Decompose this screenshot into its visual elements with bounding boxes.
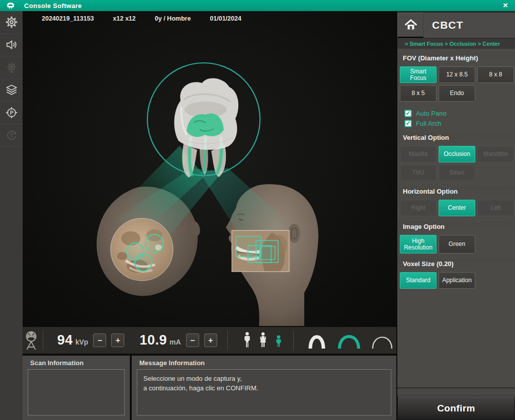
title-bar: Console Software × (0, 0, 515, 11)
arch-medium-button[interactable] (335, 329, 363, 351)
sidebar-item-rotation[interactable]: T (0, 124, 23, 147)
arch-narrow-icon (304, 329, 330, 351)
app-title: Console Software (24, 2, 82, 10)
image-high-resolution-button[interactable]: High Resolution (400, 235, 437, 254)
message-information-box: Seleccione un modo de captura y, a conti… (137, 369, 391, 415)
option-checkboxes: ✓ Auto Pano ✓ Full Arch (404, 110, 515, 127)
fov-smart-focus-button[interactable]: Smart Focus (400, 66, 437, 83)
ma-value: 10.9 (139, 332, 167, 348)
scan-preview-viewport: 20240219_113153 x12 x12 0y / Hombre 01/0… (23, 11, 396, 326)
voxel-standard-button[interactable]: Standard (400, 272, 437, 289)
voxel-application-button[interactable]: Application (439, 272, 475, 289)
layers-icon (5, 83, 18, 97)
ma-increase-button[interactable]: + (204, 333, 217, 347)
full-arch-label: Full Arch (416, 120, 442, 127)
voxel-size-group: Standard Application (400, 272, 515, 289)
sidebar-item-layers[interactable] (0, 79, 23, 102)
scan-information-box (28, 369, 125, 415)
fov-8x5-button[interactable]: 8 x 5 (400, 85, 437, 102)
sidebar-item-position[interactable]: P (0, 102, 23, 124)
scan-information-title: Scan Information (23, 356, 130, 369)
fov-8x8-button[interactable]: 8 x 8 (477, 66, 514, 83)
sidebar-item-settings[interactable] (0, 11, 23, 34)
gear-icon (5, 16, 18, 29)
horizontal-right-button[interactable]: Right (400, 200, 437, 216)
scan-preview-illustration (23, 11, 396, 326)
image-green-button[interactable]: Green (439, 235, 475, 254)
kvp-unit: kVp (75, 338, 89, 346)
study-id: 20240219_113153 (42, 15, 94, 22)
full-arch-checkbox[interactable]: ✓ Full Arch (404, 120, 515, 127)
horizontal-option-title: Horizontal Option (397, 186, 515, 198)
vertical-occlusion-button[interactable]: Occlusion (439, 146, 475, 162)
toolbar-separator (43, 330, 43, 351)
fov-endo-button[interactable]: Endo (439, 85, 475, 102)
vertical-maxilla-button[interactable]: Maxilla (400, 146, 437, 162)
svg-text:P: P (10, 110, 13, 116)
patient-age-sex: 0y / Hombre (155, 15, 191, 22)
fov-button-group: Smart Focus 12 x 8.5 8 x 8 8 x 5 Endo (400, 66, 515, 102)
tooth-illustration (174, 78, 238, 178)
confirm-button[interactable]: Confirm (397, 396, 515, 420)
scan-information-panel: Scan Information (23, 356, 130, 420)
patient-info-bar: 20240219_113153 x12 x12 0y / Hombre 01/0… (23, 15, 396, 22)
cbct-options-panel: CBCT > Smart Focus > Occlusion > Center … (397, 11, 515, 420)
panel-separator-strip (397, 387, 515, 396)
kvp-value: 94 (57, 332, 73, 348)
mode-title: CBCT (432, 19, 463, 31)
app-logo-icon (4, 2, 17, 9)
message-information-panel: Message Information Seleccione un modo d… (132, 356, 396, 420)
home-icon (404, 18, 418, 33)
position-target-icon: P (5, 106, 18, 119)
home-button[interactable] (397, 13, 423, 38)
breadcrumb: > Smart Focus > Occlusion > Center (397, 39, 515, 49)
rotation-icon: T (5, 129, 18, 142)
voxel-size-title: Voxel Size (0.20) (397, 259, 515, 271)
message-line-1: Seleccione un modo de captura y, (143, 374, 385, 384)
child-icon (275, 335, 282, 349)
exposure-icon (5, 61, 18, 74)
xray-tube-icon (23, 330, 40, 351)
fov-section-title: FOV (Diameter x Height) (397, 53, 515, 65)
mode-header: CBCT (397, 13, 515, 39)
left-toolbar: P T (0, 11, 23, 420)
skull-cutout (111, 218, 173, 281)
jaw-cutout (232, 230, 289, 272)
sidebar-item-volume[interactable] (0, 34, 23, 56)
image-option-title: Image Option (397, 221, 515, 233)
horizontal-center-button[interactable]: Center (439, 200, 475, 216)
arch-narrow-button[interactable] (304, 329, 330, 351)
arch-wide-button[interactable] (368, 329, 396, 351)
horizontal-left-button[interactable]: Left (477, 200, 514, 216)
kvp-decrease-button[interactable]: − (93, 333, 106, 347)
checkbox-checked-icon: ✓ (404, 120, 412, 127)
image-option-group: High Resolution Green (400, 235, 515, 254)
fov-12x85-button[interactable]: 12 x 8.5 (439, 66, 475, 83)
kvp-increase-button[interactable]: + (111, 333, 124, 347)
vertical-sinus-button[interactable]: Sinus (439, 164, 475, 181)
man-icon (243, 332, 251, 349)
message-line-2: a continuación, haga clic en CONFIRM. (143, 384, 385, 393)
svg-text:T: T (10, 132, 13, 138)
patient-size-man-button[interactable] (243, 332, 251, 349)
checkbox-checked-icon: ✓ (404, 110, 412, 117)
horizontal-option-group: Right Center Left (400, 200, 515, 216)
auto-pano-checkbox[interactable]: ✓ Auto Pano (404, 110, 515, 117)
close-button[interactable]: × (500, 1, 511, 11)
arch-wide-icon (368, 329, 396, 351)
ma-decrease-button[interactable]: − (186, 333, 199, 347)
ma-unit: mA (169, 338, 181, 346)
vertical-tmj-button[interactable]: TMJ (400, 164, 437, 181)
toolbar-separator (293, 330, 294, 351)
fov-size: x12 x12 (113, 15, 136, 22)
patient-size-child-button[interactable] (275, 335, 282, 349)
message-information-title: Message Information (132, 356, 396, 369)
patient-size-woman-button[interactable] (259, 332, 267, 349)
app-window: Console Software × P T (0, 0, 515, 420)
study-date: 01/01/2024 (210, 15, 241, 22)
sidebar-item-exposure[interactable] (0, 56, 23, 79)
arch-medium-icon (335, 329, 363, 351)
vertical-mandible-button[interactable]: Mandible (477, 146, 514, 162)
speaker-icon (5, 38, 18, 51)
toolbar-separator (227, 330, 228, 351)
